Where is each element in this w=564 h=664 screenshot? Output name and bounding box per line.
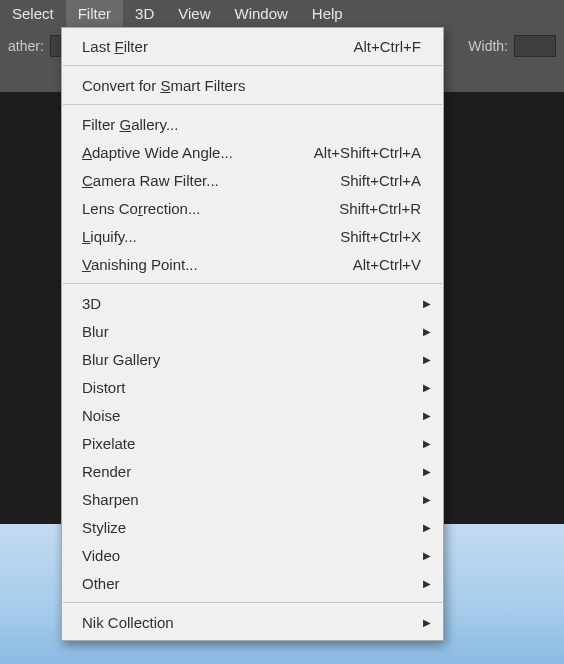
menu-view[interactable]: View xyxy=(166,0,222,27)
menu-item-last-filter[interactable]: Last FilterAlt+Ctrl+F xyxy=(62,32,443,60)
submenu-arrow-icon: ▶ xyxy=(423,550,431,561)
menu-separator xyxy=(63,104,442,105)
menu-item-other[interactable]: Other▶ xyxy=(62,569,443,597)
menu-item-lens-correction[interactable]: Lens Correction...Shift+Ctrl+R xyxy=(62,194,443,222)
menu-item-label: Render xyxy=(82,463,131,480)
submenu-arrow-icon: ▶ xyxy=(423,522,431,533)
menu-filter[interactable]: Filter xyxy=(66,0,123,27)
submenu-arrow-icon: ▶ xyxy=(423,494,431,505)
menu-item-convert-for-smart-filters[interactable]: Convert for Smart Filters xyxy=(62,71,443,99)
menu-item-shortcut: Alt+Ctrl+V xyxy=(353,256,421,273)
menu-3d[interactable]: 3D xyxy=(123,0,166,27)
submenu-arrow-icon: ▶ xyxy=(423,382,431,393)
menu-help[interactable]: Help xyxy=(300,0,355,27)
menu-item-video[interactable]: Video▶ xyxy=(62,541,443,569)
menu-item-filter-gallery[interactable]: Filter Gallery... xyxy=(62,110,443,138)
menu-item-render[interactable]: Render▶ xyxy=(62,457,443,485)
menu-item-label: Camera Raw Filter... xyxy=(82,172,219,189)
menu-item-liquify[interactable]: Liquify...Shift+Ctrl+X xyxy=(62,222,443,250)
menu-item-vanishing-point[interactable]: Vanishing Point...Alt+Ctrl+V xyxy=(62,250,443,278)
menu-item-stylize[interactable]: Stylize▶ xyxy=(62,513,443,541)
menu-item-label: Blur xyxy=(82,323,109,340)
menu-item-camera-raw-filter[interactable]: Camera Raw Filter...Shift+Ctrl+A xyxy=(62,166,443,194)
submenu-arrow-icon: ▶ xyxy=(423,578,431,589)
menu-item-label: Liquify... xyxy=(82,228,137,245)
submenu-arrow-icon: ▶ xyxy=(423,410,431,421)
menu-item-noise[interactable]: Noise▶ xyxy=(62,401,443,429)
menu-item-label: Adaptive Wide Angle... xyxy=(82,144,233,161)
menu-separator xyxy=(63,283,442,284)
menu-item-nik-collection[interactable]: Nik Collection▶ xyxy=(62,608,443,636)
menu-item-sharpen[interactable]: Sharpen▶ xyxy=(62,485,443,513)
menu-item-label: Sharpen xyxy=(82,491,139,508)
menu-item-shortcut: Shift+Ctrl+X xyxy=(340,228,421,245)
menu-item-shortcut: Shift+Ctrl+R xyxy=(339,200,421,217)
menu-item-label: Other xyxy=(82,575,120,592)
menu-item-blur[interactable]: Blur▶ xyxy=(62,317,443,345)
menu-item-label: Nik Collection xyxy=(82,614,174,631)
menu-item-adaptive-wide-angle[interactable]: Adaptive Wide Angle...Alt+Shift+Ctrl+A xyxy=(62,138,443,166)
submenu-arrow-icon: ▶ xyxy=(423,617,431,628)
menu-item-label: Lens Correction... xyxy=(82,200,200,217)
menu-item-label: Video xyxy=(82,547,120,564)
menu-separator xyxy=(63,602,442,603)
submenu-arrow-icon: ▶ xyxy=(423,298,431,309)
menubar: Select Filter 3D View Window Help xyxy=(0,0,564,27)
menu-item-label: 3D xyxy=(82,295,101,312)
filter-menu-dropdown: Last FilterAlt+Ctrl+FConvert for Smart F… xyxy=(61,27,444,641)
menu-item-label: Distort xyxy=(82,379,125,396)
submenu-arrow-icon: ▶ xyxy=(423,326,431,337)
submenu-arrow-icon: ▶ xyxy=(423,354,431,365)
menu-item-label: Stylize xyxy=(82,519,126,536)
menu-item-label: Convert for Smart Filters xyxy=(82,77,245,94)
menu-item-distort[interactable]: Distort▶ xyxy=(62,373,443,401)
width-field[interactable] xyxy=(514,35,556,57)
menu-item-label: Last Filter xyxy=(82,38,148,55)
menu-separator xyxy=(63,65,442,66)
width-label: Width: xyxy=(468,38,508,54)
menu-item-3d[interactable]: 3D▶ xyxy=(62,289,443,317)
menu-item-shortcut: Alt+Ctrl+F xyxy=(353,38,421,55)
menu-window[interactable]: Window xyxy=(222,0,299,27)
menu-item-label: Blur Gallery xyxy=(82,351,160,368)
menu-item-blur-gallery[interactable]: Blur Gallery▶ xyxy=(62,345,443,373)
feather-label: ather: xyxy=(8,38,44,54)
submenu-arrow-icon: ▶ xyxy=(423,466,431,477)
menu-item-shortcut: Alt+Shift+Ctrl+A xyxy=(314,144,421,161)
menu-item-label: Noise xyxy=(82,407,120,424)
menu-select[interactable]: Select xyxy=(0,0,66,27)
submenu-arrow-icon: ▶ xyxy=(423,438,431,449)
menu-item-pixelate[interactable]: Pixelate▶ xyxy=(62,429,443,457)
menu-item-label: Filter Gallery... xyxy=(82,116,178,133)
menu-item-label: Vanishing Point... xyxy=(82,256,198,273)
menu-item-shortcut: Shift+Ctrl+A xyxy=(340,172,421,189)
menu-item-label: Pixelate xyxy=(82,435,135,452)
